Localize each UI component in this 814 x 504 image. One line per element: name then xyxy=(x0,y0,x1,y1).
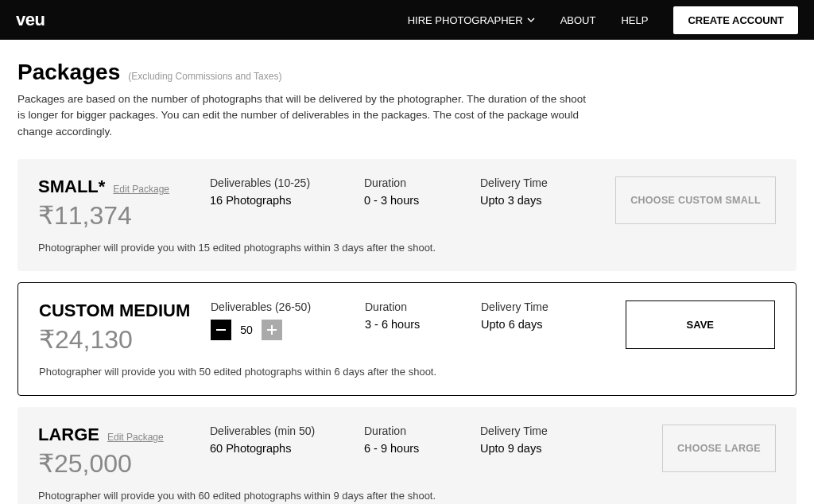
package-note: Photographer will provide you with 15 ed… xyxy=(38,242,776,254)
stepper-plus-button[interactable] xyxy=(262,320,282,340)
plus-icon xyxy=(267,325,277,335)
delivery-value: Upto 6 days xyxy=(481,318,616,331)
edit-package-link[interactable]: Edit Package xyxy=(113,184,169,195)
nav-hire-label: HIRE PHOTOGRAPHER xyxy=(408,14,523,26)
package-price: ₹25,000 xyxy=(38,448,210,479)
duration-value: 0 - 3 hours xyxy=(364,194,480,207)
package-price: ₹11,374 xyxy=(38,200,210,231)
package-note: Photographer will provide you with 60 ed… xyxy=(38,490,776,502)
svg-rect-0 xyxy=(216,329,226,331)
minus-icon xyxy=(216,329,226,331)
deliverables-value: 16 Photographs xyxy=(210,194,364,207)
stepper-minus-button[interactable] xyxy=(211,320,231,340)
deliverables-label: Deliverables (26-50) xyxy=(211,300,365,313)
deliverables-label: Deliverables (10-25) xyxy=(210,176,364,189)
page-description: Packages are based on the number of phot… xyxy=(17,91,590,140)
create-account-button[interactable]: CREATE ACCOUNT xyxy=(673,6,798,34)
delivery-label: Delivery Time xyxy=(480,425,615,437)
quantity-stepper: 50 xyxy=(211,320,365,340)
duration-value: 6 - 9 hours xyxy=(364,442,480,455)
choose-small-button[interactable]: CHOOSE CUSTOM SMALL xyxy=(615,176,776,224)
duration-label: Duration xyxy=(365,300,481,313)
duration-label: Duration xyxy=(364,425,480,437)
chevron-down-icon xyxy=(527,16,535,24)
delivery-value: Upto 3 days xyxy=(480,194,615,207)
logo[interactable]: veu xyxy=(16,10,45,30)
nav-hire-photographer[interactable]: HIRE PHOTOGRAPHER xyxy=(408,14,535,26)
page-content: Packages (Excluding Commissions and Taxe… xyxy=(0,40,814,504)
delivery-label: Delivery Time xyxy=(480,176,615,189)
delivery-label: Delivery Time xyxy=(481,300,616,313)
page-title: Packages xyxy=(17,60,120,85)
duration-label: Duration xyxy=(364,176,480,189)
choose-large-button[interactable]: CHOOSE LARGE xyxy=(662,425,776,472)
deliverables-value: 60 Photographs xyxy=(210,442,364,455)
svg-rect-2 xyxy=(267,329,277,331)
package-name: SMALL* xyxy=(38,176,105,197)
package-note: Photographer will provide you with 50 ed… xyxy=(39,366,775,378)
save-button[interactable]: SAVE xyxy=(626,300,775,349)
delivery-value: Upto 9 days xyxy=(480,442,615,455)
page-subtitle: (Excluding Commissions and Taxes) xyxy=(128,71,281,82)
package-card-large: LARGE Edit Package ₹25,000 Deliverables … xyxy=(17,407,797,504)
package-name: CUSTOM MEDIUM xyxy=(39,300,190,321)
site-header: veu HIRE PHOTOGRAPHER ABOUT HELP CREATE … xyxy=(0,0,814,40)
edit-package-link[interactable]: Edit Package xyxy=(107,432,164,443)
package-card-small: SMALL* Edit Package ₹11,374 Deliverables… xyxy=(17,159,797,271)
package-name: LARGE xyxy=(38,425,99,445)
packages-list: SMALL* Edit Package ₹11,374 Deliverables… xyxy=(17,159,797,504)
page-title-row: Packages (Excluding Commissions and Taxe… xyxy=(17,60,797,85)
stepper-value: 50 xyxy=(231,320,262,340)
main-nav: HIRE PHOTOGRAPHER ABOUT HELP CREATE ACCO… xyxy=(408,6,798,34)
nav-about[interactable]: ABOUT xyxy=(560,14,596,26)
package-price: ₹24,130 xyxy=(39,324,211,355)
deliverables-label: Deliverables (min 50) xyxy=(210,425,364,437)
nav-help[interactable]: HELP xyxy=(621,14,648,26)
duration-value: 3 - 6 hours xyxy=(365,318,481,331)
package-card-medium: CUSTOM MEDIUM ₹24,130 Deliverables (26-5… xyxy=(17,282,797,396)
